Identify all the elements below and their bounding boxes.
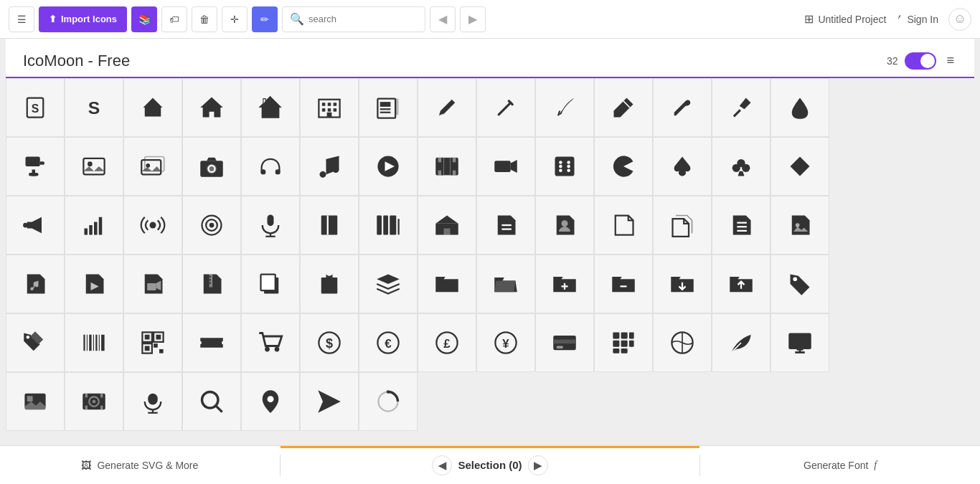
menu-button[interactable]: ☰	[9, 6, 34, 32]
icon-earth[interactable]	[653, 313, 712, 372]
icon-spinner[interactable]	[359, 372, 418, 431]
icon-books[interactable]	[359, 196, 418, 255]
icon-dice[interactable]	[535, 137, 594, 196]
icon-folder-upload[interactable]	[712, 255, 771, 313]
icon-quill[interactable]	[535, 78, 594, 137]
edit-button[interactable]: ✏	[252, 6, 278, 32]
icon-location[interactable]	[241, 372, 300, 431]
icon-folder-minus[interactable]	[594, 255, 653, 313]
icon-film2[interactable]	[65, 372, 123, 431]
icon-video-camera[interactable]	[476, 137, 535, 196]
icon-connection[interactable]	[65, 196, 123, 255]
icon-droplet[interactable]	[771, 78, 829, 137]
icon-mic[interactable]	[241, 196, 300, 255]
icon-file-empty[interactable]	[594, 196, 653, 255]
icon-credit-card[interactable]	[535, 313, 594, 372]
icon-file-zip[interactable]	[182, 255, 241, 313]
icon-image[interactable]	[65, 137, 123, 196]
generate-svg-button[interactable]: 🖼 Generate SVG & More	[0, 446, 280, 484]
icon-qrcode[interactable]	[123, 313, 182, 372]
icon-paint-format[interactable]	[6, 137, 65, 196]
icon-paste[interactable]	[300, 255, 359, 313]
icon-screen[interactable]	[771, 313, 829, 372]
icon-folder-download[interactable]	[653, 255, 712, 313]
sign-in-button[interactable]: ⎖ Sign In	[890, 13, 944, 26]
icon-images[interactable]	[123, 137, 182, 196]
icon-file-music[interactable]	[6, 255, 65, 313]
icon-set-menu-icon[interactable]: ≡	[943, 50, 957, 71]
icon-files-empty[interactable]	[653, 196, 712, 255]
icon-folder[interactable]	[418, 255, 476, 313]
icon-home[interactable]	[123, 78, 182, 137]
icon-file-video[interactable]	[123, 255, 182, 313]
svg-text:¥: ¥	[502, 337, 509, 351]
icon-stack[interactable]	[359, 255, 418, 313]
svg-rect-5	[328, 103, 331, 106]
icon-file-play[interactable]	[65, 255, 123, 313]
tag-button[interactable]: 🏷	[161, 6, 187, 32]
icon-pen[interactable]	[594, 78, 653, 137]
icon-search[interactable]	[182, 372, 241, 431]
icon-send[interactable]	[300, 372, 359, 431]
import-icons-button[interactable]: ⬆ Import Icons	[39, 6, 127, 32]
icon-pencil2[interactable]	[476, 78, 535, 137]
icon-film[interactable]	[418, 137, 476, 196]
icon-profile[interactable]	[535, 196, 594, 255]
icon-feed[interactable]	[182, 196, 241, 255]
icon-bullhorn[interactable]	[6, 196, 65, 255]
search-input[interactable]	[308, 14, 409, 24]
icon-eyedropper[interactable]	[712, 78, 771, 137]
icon-file-text[interactable]	[476, 196, 535, 255]
undo-button[interactable]: ◀	[430, 6, 456, 32]
icon-cart[interactable]	[241, 313, 300, 372]
icon-diamonds[interactable]	[771, 137, 829, 196]
icon-headphones[interactable]	[241, 137, 300, 196]
generate-font-button[interactable]: Generate Font f	[700, 446, 980, 484]
redo-button[interactable]: ▶	[460, 6, 486, 32]
icon-blog[interactable]	[653, 78, 712, 137]
icon-coin-euro[interactable]: €	[359, 313, 418, 372]
move-button[interactable]: ✛	[222, 6, 248, 32]
icon-library[interactable]	[418, 196, 476, 255]
icon-barcode[interactable]	[65, 313, 123, 372]
prev-button[interactable]: ◀	[432, 455, 452, 475]
icon-office[interactable]	[300, 78, 359, 137]
icon-play[interactable]	[359, 137, 418, 196]
icon-grid[interactable]	[594, 313, 653, 372]
next-button[interactable]: ▶	[528, 455, 548, 475]
icon-storybook[interactable]: S	[6, 78, 65, 137]
icon-podcast[interactable]	[123, 196, 182, 255]
avatar[interactable]: ☺	[948, 8, 971, 31]
icon-price-tags[interactable]	[6, 313, 65, 372]
icon-pacman[interactable]	[594, 137, 653, 196]
library-button[interactable]: 📚	[131, 6, 157, 32]
icon-newspaper[interactable]	[359, 78, 418, 137]
icon-book[interactable]	[300, 196, 359, 255]
icon-folder-open[interactable]	[476, 255, 535, 313]
icon-pencil[interactable]	[418, 78, 476, 137]
icon-camera[interactable]	[182, 137, 241, 196]
icon-folder-plus[interactable]	[535, 255, 594, 313]
delete-button[interactable]: 🗑	[192, 6, 217, 32]
icon-home2[interactable]	[182, 78, 241, 137]
icon-coin-yen[interactable]: ¥	[476, 313, 535, 372]
icon-spades[interactable]	[653, 137, 712, 196]
icon-leaf[interactable]	[712, 313, 771, 372]
icon-clubs[interactable]	[712, 137, 771, 196]
icon-coin-dollar[interactable]: $	[300, 313, 359, 372]
svg-rect-131	[788, 333, 811, 350]
icon-home3[interactable]	[241, 78, 300, 137]
icon-music[interactable]	[300, 137, 359, 196]
icon-ticket[interactable]	[182, 313, 241, 372]
icon-file-text2[interactable]	[712, 196, 771, 255]
project-name[interactable]: ⊞ Untitled Project	[804, 12, 886, 26]
toggle-switch[interactable]	[905, 52, 936, 70]
icon-coin-pound[interactable]: £	[418, 313, 476, 372]
icon-audio[interactable]	[123, 372, 182, 431]
icon-copy[interactable]	[241, 255, 300, 313]
library-icon: 📚	[138, 14, 151, 25]
icon-stylus-s[interactable]: S	[65, 78, 123, 137]
icon-price-tag[interactable]	[771, 255, 829, 313]
icon-image2[interactable]	[6, 372, 65, 431]
icon-file-picture[interactable]	[771, 196, 829, 255]
